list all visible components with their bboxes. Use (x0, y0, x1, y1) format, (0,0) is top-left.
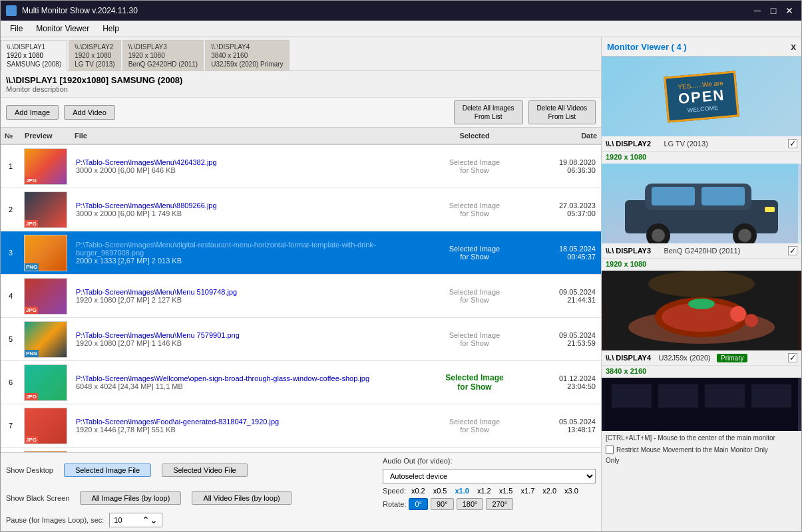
title-bar: Multi Monitor Show v.2024.11.30 ─ □ ✕ (1, 1, 801, 21)
audio-section: Audio Out (for video): Autoselect device (383, 457, 596, 483)
main-content: \\.\DISPLAY1 1920 x 1080 SAMSUNG (2008) … (1, 37, 801, 531)
speed-x10[interactable]: x1.0 (452, 486, 471, 495)
file-path: P:\Tablo-Screen\Images\Menu\8809266.jpg (76, 201, 416, 209)
file-type-badge: PNG (25, 350, 39, 357)
display4-preview (602, 378, 801, 431)
row-selected-status: Selected Imagefor Show (421, 329, 528, 350)
close-viewer-button[interactable]: x (791, 41, 796, 52)
table-row[interactable]: 7 JPG P:\Tablo-Screen\Images\Food\ai-gen… (1, 404, 601, 448)
delete-all-videos-button[interactable]: Delete All Videos From List (528, 100, 596, 124)
viewer-content[interactable]: YES......We are OPEN WELCOME \\.\ DISPLA… (602, 57, 801, 531)
all-image-files-button[interactable]: All Image Files (by loop) (80, 491, 181, 505)
row-num: 1 (1, 160, 21, 173)
display3-name: \\.\ DISPLAY4 (606, 354, 651, 362)
tab-display3[interactable]: \\.\DISPLAY3 1920 x 1080 BenQ G2420HD (2… (122, 40, 204, 70)
preview-image: PNG (24, 235, 67, 271)
table-row[interactable]: 5 PNG P:\Tablo-Screen\Images\Menu\Menu 7… (1, 318, 601, 361)
file-info: 1920 x 1080 [2,07 MP] 1 146 KB (76, 339, 416, 347)
row-preview: JPG (21, 406, 71, 446)
row-preview: JPG (21, 190, 71, 229)
speed-x20[interactable]: x2.0 (540, 486, 559, 495)
col-num: № (1, 130, 21, 141)
viewer-display2: \\.\ DISPLAY3 BenQ G2420HD (2011) ✓ 1920… (602, 164, 801, 269)
rotate-row: Rotate: 0° 90° 180° 270° (383, 498, 596, 510)
selected-image-file-button[interactable]: Selected Image File (64, 464, 151, 477)
file-info: 3000 x 2000 [6,00 MP] 1 749 KB (76, 209, 416, 217)
row-date: 09.05.202421:53:59 (528, 329, 601, 350)
file-path: P:\Tablo-Screen\Images\Menu\Menu 7579901… (76, 331, 416, 339)
rotate-0-button[interactable]: 0° (409, 498, 428, 510)
display1-name: \\.\ DISPLAY2 (606, 140, 651, 148)
minimize-button[interactable]: ─ (751, 4, 764, 17)
all-video-files-button[interactable]: All Video Files (by loop) (192, 491, 291, 505)
row-preview: JPG (21, 450, 71, 453)
display2-resolution: 1920 x 1080 (602, 259, 801, 269)
date-value: 18.05.202400:45:37 (533, 245, 596, 261)
speed-x02[interactable]: x0.2 (409, 486, 428, 495)
table-row[interactable]: 6 JPG P:\Tablo-Screen\Images\Wellcome\op… (1, 361, 601, 404)
date-value: 27.03.202305:37:00 (533, 201, 596, 217)
car-svg (602, 164, 801, 243)
selected-video-file-button[interactable]: Selected Video File (162, 464, 248, 477)
pause-input[interactable]: 10 ⌃⌄ (109, 513, 162, 527)
file-info: 6048 x 4024 [24,34 MP] 11,1 MB (76, 382, 416, 390)
rotate-180-button[interactable]: 180° (457, 498, 484, 510)
speed-x15[interactable]: x1.5 (497, 486, 516, 495)
date-value: 19.08.202006:36:30 (533, 158, 596, 174)
preview-image: JPG (24, 364, 67, 401)
pause-row: Pause (for Images Loop), sec: 10 ⌃⌄ (6, 513, 596, 527)
rotate-90-button[interactable]: 90° (431, 498, 454, 510)
close-button[interactable]: ✕ (783, 4, 796, 17)
display1-checkbox[interactable]: ✓ (788, 139, 797, 148)
display2-checkbox[interactable]: ✓ (788, 246, 797, 255)
table-row[interactable]: 2 JPG P:\Tablo-Screen\Images\Menu\880926… (1, 188, 601, 231)
row-selected-status: Selected Imagefor Show (421, 415, 528, 436)
row-num: 7 (1, 419, 21, 432)
add-image-button[interactable]: Add Image (6, 105, 59, 120)
display2-preview (602, 164, 801, 243)
speed-x05[interactable]: x0.5 (431, 486, 450, 495)
selected-label: Selected Imagefor Show (427, 288, 522, 304)
svg-rect-20 (658, 384, 698, 408)
display3-checkbox[interactable]: ✓ (788, 353, 797, 362)
date-value: 09.05.202421:53:59 (533, 331, 596, 347)
monitor-viewer-title: Monitor Viewer ( 4 ) (607, 42, 687, 52)
image-table[interactable]: № Preview File Selected Date 1 JPG P: (1, 128, 601, 452)
table-row[interactable]: 1 JPG P:\Tablo-Screen\Images\Menu\426438… (1, 145, 601, 188)
speed-x12[interactable]: x1.2 (475, 486, 494, 495)
ctrl-alt-message: [CTRL+ALT+M] - Mouse to the center of th… (602, 432, 801, 444)
row-date: 27.03.202305:37:00 (528, 199, 601, 220)
speed-x17[interactable]: x1.7 (518, 486, 537, 495)
svg-rect-21 (705, 384, 745, 408)
tab-display1[interactable]: \\.\DISPLAY1 1920 x 1080 SAMSUNG (2008) (1, 40, 67, 71)
tab-display2[interactable]: \\.\DISPLAY2 1920 x 1080 LG TV (2013) (69, 40, 120, 70)
table-row[interactable]: 4 JPG P:\Tablo-Screen\Images\Menu\Menu 5… (1, 275, 601, 318)
table-row[interactable]: 3 PNG P:\Tablo-Screen\Images\Menu\digita… (1, 231, 601, 275)
left-panel: \\.\DISPLAY1 1920 x 1080 SAMSUNG (2008) … (1, 37, 602, 531)
speed-x30[interactable]: x3.0 (562, 486, 581, 495)
menu-monitor-viewer[interactable]: Monitor Viewer (29, 22, 96, 35)
audio-device-select[interactable]: Autoselect device (383, 469, 596, 483)
display-tabs: \\.\DISPLAY1 1920 x 1080 SAMSUNG (2008) … (1, 37, 601, 71)
app-icon (6, 5, 17, 16)
display3-preview (602, 271, 801, 350)
rotate-label: Rotate: (383, 500, 406, 508)
table-row[interactable]: 8 JPG P:\Tablo-Screen\Images\Food\food-3… (1, 448, 601, 452)
row-file: P:\Tablo-Screen\Images\Wellcome\open-sig… (71, 372, 421, 393)
restrict-label: Restrict Mouse Movement to the Main Moni… (616, 446, 768, 454)
file-info: 3000 x 2000 [6,00 MP] 646 KB (76, 166, 416, 174)
file-info: 2000 x 1333 [2,67 MP] 2 013 KB (76, 257, 416, 265)
add-video-button[interactable]: Add Video (64, 105, 115, 120)
rotate-270-button[interactable]: 270° (486, 498, 513, 510)
row-preview: PNG (21, 320, 71, 359)
col-date: Date (528, 130, 601, 141)
file-path: P:\Tablo-Screen\Images\Food\ai-generated… (76, 418, 416, 426)
delete-all-images-button[interactable]: Delete All Images From List (454, 100, 523, 124)
tab-display4[interactable]: \\.\DISPLAY4 3840 x 2160 U32J59x (2020) … (205, 40, 289, 70)
restrict-checkbox[interactable] (606, 446, 614, 454)
maximize-button[interactable]: □ (767, 4, 780, 17)
menu-file[interactable]: File (3, 22, 29, 35)
row-date: 18.05.202400:45:37 (528, 242, 601, 263)
menu-help[interactable]: Help (96, 22, 126, 35)
display1-info: \\.\ DISPLAY2 LG TV (2013) ✓ (602, 136, 801, 152)
